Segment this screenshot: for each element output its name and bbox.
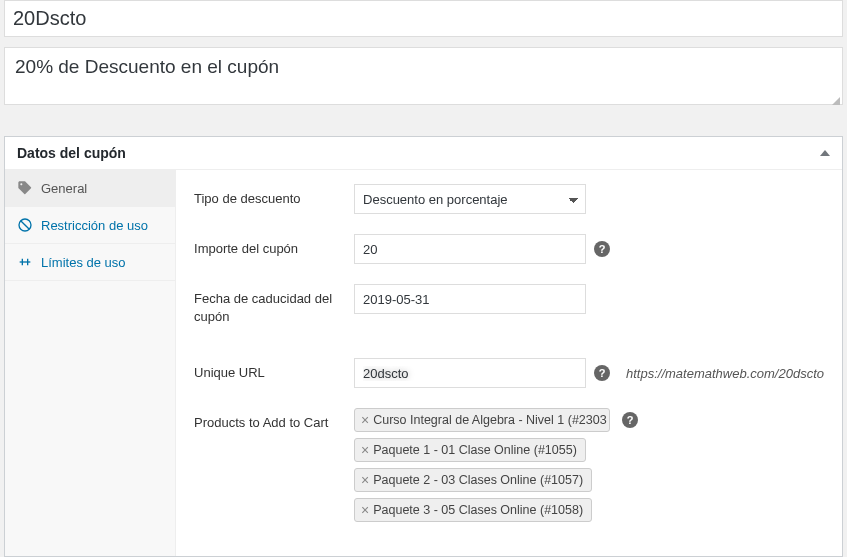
panel-header[interactable]: Datos del cupón xyxy=(5,137,842,170)
help-icon[interactable]: ? xyxy=(594,365,610,381)
limits-icon xyxy=(17,254,33,270)
remove-tag-icon[interactable]: × xyxy=(361,473,369,487)
expiry-date-label: Fecha de caducidad del cupón xyxy=(194,284,354,326)
nav-restriction-label: Restricción de uso xyxy=(41,218,148,233)
collapse-icon[interactable] xyxy=(820,150,830,156)
product-tag[interactable]: × Paquete 2 - 03 Clases Online (#1057) xyxy=(354,468,592,492)
description-wrap: 20% de Descuento en el cupón xyxy=(4,47,843,108)
product-tag[interactable]: × Paquete 1 - 01 Clase Online (#1055) xyxy=(354,438,586,462)
coupon-title-input[interactable] xyxy=(4,0,843,37)
nav-general-label: General xyxy=(41,181,87,196)
products-tag-list[interactable]: × Curso Integral de Algebra - Nivel 1 (#… xyxy=(354,408,614,522)
svg-line-1 xyxy=(21,221,30,230)
panel-title: Datos del cupón xyxy=(17,145,126,161)
unique-url-hint: https://matemathweb.com/20dscto xyxy=(626,366,824,381)
tag-icon xyxy=(17,180,33,196)
product-tag[interactable]: × Curso Integral de Algebra - Nivel 1 (#… xyxy=(354,408,610,432)
products-label: Products to Add to Cart xyxy=(194,408,354,432)
nav-usage-restriction[interactable]: Restricción de uso xyxy=(5,207,175,244)
remove-tag-icon[interactable]: × xyxy=(361,443,369,457)
coupon-amount-input[interactable] xyxy=(354,234,586,264)
panel-form: Tipo de descuento Descuento en porcentaj… xyxy=(176,170,842,556)
nav-general[interactable]: General xyxy=(5,170,175,207)
product-tag-label: Curso Integral de Algebra - Nivel 1 (#23… xyxy=(373,413,606,427)
product-tag-label: Paquete 3 - 05 Clases Online (#1058) xyxy=(373,503,583,517)
discount-type-select[interactable]: Descuento en porcentaje xyxy=(354,184,586,214)
nav-usage-limits[interactable]: Límites de uso xyxy=(5,244,175,281)
discount-type-label: Tipo de descuento xyxy=(194,184,354,208)
product-tag-label: Paquete 1 - 01 Clase Online (#1055) xyxy=(373,443,577,457)
coupon-amount-label: Importe del cupón xyxy=(194,234,354,258)
panel-nav: General Restricción de uso Límites de us… xyxy=(5,170,176,556)
nav-limits-label: Límites de uso xyxy=(41,255,126,270)
unique-url-label: Unique URL xyxy=(194,358,354,382)
product-tag[interactable]: × Paquete 3 - 05 Clases Online (#1058) xyxy=(354,498,592,522)
coupon-description-input[interactable]: 20% de Descuento en el cupón xyxy=(4,47,843,105)
help-icon[interactable]: ? xyxy=(622,412,638,428)
expiry-date-input[interactable] xyxy=(354,284,586,314)
unique-url-input[interactable] xyxy=(354,358,586,388)
remove-tag-icon[interactable]: × xyxy=(361,413,369,427)
remove-tag-icon[interactable]: × xyxy=(361,503,369,517)
product-tag-label: Paquete 2 - 03 Clases Online (#1057) xyxy=(373,473,583,487)
coupon-data-panel: Datos del cupón General Restricción de u… xyxy=(4,136,843,557)
ban-icon xyxy=(17,217,33,233)
help-icon[interactable]: ? xyxy=(594,241,610,257)
